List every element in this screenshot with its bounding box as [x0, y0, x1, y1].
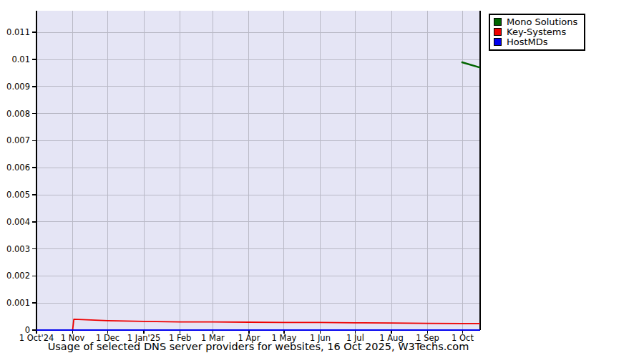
- y-tick-label: 0.005: [6, 190, 30, 200]
- legend-label: Mono Solutions: [507, 17, 577, 26]
- y-tick-label: 0.008: [6, 109, 30, 119]
- y-tick-label: 0.01: [11, 54, 30, 64]
- legend-swatch-icon: [494, 18, 502, 26]
- y-tick-label: 0.007: [6, 135, 30, 145]
- dns-usage-chart: 00.0010.0020.0030.0040.0050.0060.0070.00…: [0, 0, 644, 358]
- legend-item-hostmds: HostMDs: [494, 37, 577, 47]
- y-tick-label: 0.001: [6, 298, 30, 308]
- y-tick-label: 0.004: [6, 217, 30, 227]
- plot-background: [36, 11, 480, 330]
- chart-title: Usage of selected DNS server providers f…: [36, 341, 480, 352]
- y-tick-label: 0.002: [6, 271, 30, 281]
- legend-swatch-icon: [494, 28, 502, 36]
- legend-label: HostMDs: [507, 37, 548, 47]
- y-tick-label: 0.003: [6, 244, 30, 254]
- legend-swatch-icon: [494, 38, 502, 46]
- y-tick-label: 0.006: [6, 163, 30, 173]
- chart-legend: Mono Solutions Key-Systems HostMDs: [489, 14, 585, 51]
- y-tick-label: 0.009: [6, 82, 30, 92]
- legend-item-mono-solutions: Mono Solutions: [494, 17, 577, 26]
- legend-item-key-systems: Key-Systems: [494, 27, 577, 37]
- plot-area: 00.0010.0020.0030.0040.0050.0060.0070.00…: [0, 0, 644, 358]
- y-tick-label: 0.011: [6, 27, 30, 37]
- legend-label: Key-Systems: [507, 27, 566, 37]
